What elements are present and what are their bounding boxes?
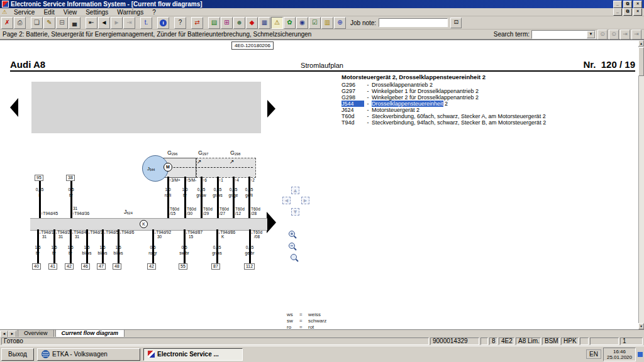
legend-entry-T94d[interactable]: T94d-Steckverbindung, 94fach, schwarz, S…	[341, 119, 637, 126]
wire-color: ge/br	[240, 251, 259, 255]
status-field: 4E2	[499, 337, 514, 345]
nav-prev-button[interactable]: ◄	[98, 17, 110, 29]
menu-edit[interactable]: Edit	[39, 9, 58, 16]
nav-next-button[interactable]: ►	[111, 17, 123, 29]
menu-bar: ⚠ ServiceEditViewSettingsWarnings? _⧉×	[0, 8, 644, 16]
print-button[interactable]: ⎙	[14, 17, 26, 29]
legend-entry-G296[interactable]: G296-Drosselklappenantrieb 2	[341, 82, 637, 88]
taskbar-clock[interactable]: 16:46 25.01.2020	[603, 348, 636, 361]
page-link-left-arrow[interactable]	[10, 98, 18, 117]
menu-warnings[interactable]: Warnings	[113, 9, 148, 16]
scrollbar-thumb[interactable]	[638, 47, 644, 76]
terminal-box: 42	[65, 263, 74, 270]
taskbar-etka-button[interactable]: ETKA - Volkswagen	[37, 348, 140, 361]
status-field: 1	[620, 337, 643, 345]
environment-button[interactable]: ✿	[284, 17, 296, 29]
wire	[201, 177, 203, 218]
edit-button[interactable]: ✎	[43, 17, 55, 29]
connector-label: T60d/30	[187, 207, 196, 216]
taskbar-exit-button[interactable]: Выход	[1, 348, 34, 361]
wire-sub-label: /08	[254, 234, 260, 239]
job-note-input[interactable]	[379, 18, 448, 27]
search-append-button[interactable]: ⇥	[620, 30, 630, 40]
zoom-out-icon[interactable]	[288, 242, 297, 251]
page-link-right-arrow-2[interactable]	[267, 212, 276, 233]
legend-entry-J544[interactable]: J544-Drosselklappensteuereinheit 2	[341, 101, 637, 107]
status-field	[580, 337, 589, 345]
vertical-scrollbar[interactable]	[638, 40, 644, 329]
menu-view[interactable]: View	[59, 9, 82, 16]
zoom-in-icon[interactable]	[288, 230, 297, 239]
menu-settings[interactable]: Settings	[81, 9, 113, 16]
compare-button[interactable]: ⇄	[191, 17, 203, 29]
page-info: Page 2: Batterie, Steuergerät für Energi…	[3, 31, 311, 38]
customer-button[interactable]: ☻	[233, 17, 245, 29]
window-restore-button[interactable]: ⧉	[623, 1, 632, 8]
save-button[interactable]: ⊟	[56, 17, 68, 29]
nav-last-button[interactable]: ⇥	[123, 17, 135, 29]
job-note-edit-button[interactable]: ⊡	[450, 18, 462, 28]
window-close-button[interactable]: ×	[633, 1, 642, 8]
tray-network-icon[interactable]	[638, 352, 643, 357]
menu-?[interactable]: ?	[148, 9, 160, 16]
job-note-label: Job note:	[350, 19, 376, 26]
info-button[interactable]: i	[157, 17, 169, 29]
search-append-all-button[interactable]: ⇥	[631, 30, 641, 40]
search-find-button[interactable]: ⊙	[597, 30, 608, 40]
pan-down-icon[interactable]: ▼	[291, 208, 299, 216]
checklist-button[interactable]: ☑	[309, 17, 321, 29]
parts-button[interactable]: ⊞	[221, 17, 233, 29]
legend-entry-J624[interactable]: J624-Motorsteuergerät 2	[341, 107, 637, 113]
images-button[interactable]: ▦	[258, 17, 270, 29]
exit-button[interactable]: ✗	[1, 17, 13, 29]
window-title: Electronic Service Information System - …	[11, 1, 203, 8]
wire-gauge: 0,5	[175, 245, 194, 250]
web-button[interactable]: ⊕	[334, 17, 346, 29]
scroll-down-icon[interactable]: ▼	[638, 323, 644, 329]
help-key-button[interactable]: ?	[174, 17, 186, 29]
wire-color: bl/ws	[109, 251, 128, 255]
search-combobox[interactable]: ▼	[531, 30, 596, 39]
new-document-button[interactable]: ❏	[31, 17, 43, 29]
mdi-window-restore-button[interactable]: ⧉	[623, 8, 632, 16]
pin-label: ↑6	[203, 178, 207, 182]
pin-label: ↑5/M-	[186, 178, 196, 182]
notes-button[interactable]: ▥	[321, 17, 333, 29]
warnings-button[interactable]: ⚠	[271, 17, 283, 29]
page-link-right-arrow[interactable]	[267, 100, 275, 118]
legend-entry-G297[interactable]: G297-Winkelgeber 1 für Drosselklappenant…	[341, 88, 637, 94]
nav-first-button[interactable]: ⇤	[86, 17, 97, 29]
vehicle-button[interactable]: ▄	[69, 17, 80, 29]
terminal-box: 48	[113, 263, 121, 270]
mdi-window-minimize-button[interactable]: _	[613, 8, 622, 16]
wire-sub-label: 31	[42, 234, 47, 239]
status-field	[480, 337, 488, 345]
wire	[167, 177, 169, 218]
wire-color-key-sw: sw=schwarz	[287, 318, 326, 324]
pan-right-icon[interactable]: ►	[301, 197, 309, 204]
taskbar-elsa-button[interactable]: Electronic Service ...	[143, 348, 243, 361]
mdi-window-close-button[interactable]: ×	[633, 8, 642, 16]
history-button[interactable]: t.	[140, 17, 152, 29]
clock-time: 16:46	[613, 349, 626, 354]
combo-dropdown-icon[interactable]: ▼	[587, 31, 595, 38]
legend-title: Motorsteuergerät 2, Drosselklappensteuer…	[341, 74, 637, 80]
search-find-all-button[interactable]: ⊙	[609, 30, 619, 40]
wire-color: ge/li	[240, 193, 258, 197]
zoom-reset-icon[interactable]	[290, 253, 299, 263]
legend-entry-T60d[interactable]: T60d-Steckverbindung, 60fach, schwarz, S…	[341, 113, 637, 119]
important-notes-button[interactable]: ◆	[246, 17, 258, 29]
wire-color: gr/ws	[208, 251, 226, 255]
connector-label: ↓T94d/1	[39, 230, 54, 234]
search-records-button[interactable]: ◉	[296, 17, 308, 29]
j544-label: J544	[147, 166, 155, 172]
language-indicator[interactable]: EN	[586, 349, 601, 359]
scroll-up-icon[interactable]: ▲	[638, 40, 644, 47]
pan-left-icon[interactable]: ◄	[282, 197, 291, 204]
window-minimize-button[interactable]: _	[613, 1, 622, 8]
pan-up-icon[interactable]: ▲	[291, 187, 299, 194]
manuals-button[interactable]: ▤	[208, 17, 220, 29]
menu-service[interactable]: Service	[9, 9, 39, 16]
wire-gauge: 0,35	[240, 187, 258, 192]
legend-entry-G298[interactable]: G298-Winkelgeber 2 für Drosselklappenant…	[341, 94, 637, 101]
